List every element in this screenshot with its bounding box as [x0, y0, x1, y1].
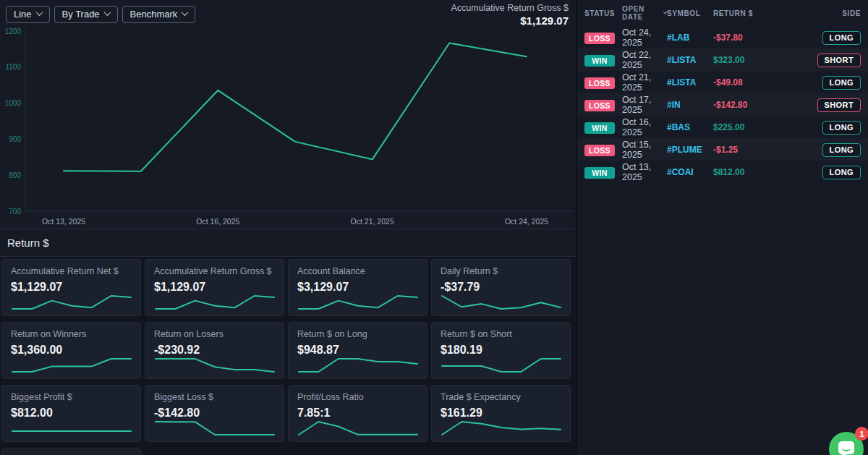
return-cell: $323.00	[713, 55, 810, 65]
metric-title: Profit/Loss Ratio	[297, 392, 418, 402]
metric-value: -$142.80	[154, 407, 275, 420]
metric-title: Account Balance	[297, 266, 418, 276]
metric-card: Biggest Loss $-$142.80	[145, 385, 284, 442]
metric-card: Daily Return $-$37.79	[431, 259, 571, 316]
metric-card: Biggest Profit $$812.00	[1, 385, 141, 442]
group-by-dropdown[interactable]: By Trade	[54, 6, 118, 23]
return-cell: -$49.08	[713, 77, 810, 88]
metrics-grid: Accumulative Return Net $$1,129.07Accumu…	[0, 258, 576, 442]
status-badge: LOSS	[584, 145, 615, 156]
metric-title: Accumulative Return Gross $	[154, 266, 275, 276]
chevron-down-icon	[182, 9, 189, 16]
metric-value: $1,129.07	[154, 281, 275, 294]
metrics-section-header: Return $	[0, 229, 576, 257]
return-cell: $812.00	[713, 167, 810, 177]
symbol-link[interactable]: #IN	[667, 100, 713, 110]
accumulative-return-line-chart[interactable]: 120011001000900800700Oct 13, 2025Oct 16,…	[0, 0, 576, 229]
header-symbol[interactable]: SYMBOL	[667, 9, 713, 17]
metric-sparkline	[154, 357, 276, 374]
return-cell: -$1.25	[713, 145, 810, 155]
metric-card: Accumulative Return Gross $$1,129.07	[145, 259, 284, 316]
notification-badge: 1	[855, 427, 868, 441]
equity-curve-line	[64, 43, 527, 171]
symbol-link[interactable]: #LISTA	[667, 55, 713, 65]
metric-value: $948.87	[297, 344, 418, 357]
status-badge: WIN	[584, 122, 615, 134]
side-badge: LONG	[822, 166, 861, 179]
header-side[interactable]: SIDE	[810, 9, 861, 17]
equity-chart-panel: Line By Trade Benchmark Accumulative Ret…	[0, 0, 576, 229]
symbol-link[interactable]: #LAB	[667, 33, 713, 43]
chart-type-dropdown[interactable]: Line	[6, 6, 50, 23]
benchmark-label: Benchmark	[130, 9, 178, 20]
metric-value: -$37.79	[441, 281, 561, 294]
metric-sparkline	[11, 420, 132, 437]
open-date-cell: Oct 16, 2025	[622, 117, 667, 137]
section-title: Return $	[7, 237, 49, 249]
trades-rows: LOSSOct 24, 2025#LAB-$37.80LONGWINOct 22…	[577, 26, 868, 183]
metric-sparkline	[441, 294, 562, 311]
partial-next-card	[1, 448, 141, 455]
side-badge: LONG	[822, 143, 861, 157]
symbol-link[interactable]: #COAI	[667, 167, 713, 177]
metric-card: Trade $ Expectancy$161.29	[431, 385, 571, 442]
chat-launcher-button[interactable]: 1	[829, 432, 864, 455]
side-badge: LONG	[822, 31, 861, 45]
trade-row[interactable]: LOSSOct 21, 2025#LISTA-$49.08LONG	[577, 71, 868, 93]
open-date-cell: Oct 24, 2025	[622, 27, 667, 48]
status-badge: WIN	[584, 55, 615, 67]
symbol-link[interactable]: #PLUME	[667, 145, 713, 155]
x-axis-tick: Oct 13, 2025	[42, 217, 85, 226]
metric-card: Profit/Loss Ratio7.85:1	[288, 385, 427, 442]
trade-row[interactable]: WINOct 22, 2025#LISTA$323.00SHORT	[577, 48, 868, 71]
trade-row[interactable]: WINOct 16, 2025#BAS$225.00LONG	[577, 116, 868, 138]
benchmark-dropdown[interactable]: Benchmark	[122, 6, 196, 23]
header-return[interactable]: RETURN $	[713, 9, 810, 17]
y-axis-tick: 1000	[5, 99, 22, 107]
metric-title: Biggest Loss $	[154, 392, 275, 402]
trade-row[interactable]: LOSSOct 24, 2025#LAB-$37.80LONG	[577, 26, 868, 48]
metric-title: Return on Losers	[154, 329, 275, 339]
x-axis-tick: Oct 24, 2025	[505, 217, 548, 226]
metric-card: Return on Losers-$230.92	[145, 322, 284, 379]
metric-sparkline	[154, 420, 276, 437]
header-status[interactable]: STATUS	[584, 9, 622, 17]
return-cell: -$142.80	[713, 100, 810, 110]
status-badge: WIN	[584, 167, 615, 179]
chart-header: Accumulative Return Gross $ $1,129.07	[451, 3, 569, 27]
metric-title: Return on Winners	[11, 329, 132, 339]
metric-value: $180.19	[441, 344, 561, 357]
left-column: Line By Trade Benchmark Accumulative Ret…	[0, 0, 576, 455]
header-open-date[interactable]: OPEN DATE	[622, 5, 667, 21]
metric-sparkline	[154, 294, 276, 311]
status-badge: LOSS	[584, 100, 615, 111]
metric-sparkline	[297, 357, 419, 374]
open-date-cell: Oct 21, 2025	[622, 72, 667, 93]
chevron-down-icon	[103, 9, 111, 16]
metrics-cards-area: Accumulative Return Net $$1,129.07Accumu…	[0, 258, 576, 455]
metric-sparkline	[441, 357, 562, 374]
y-axis-tick: 1100	[5, 63, 21, 71]
metric-card: Return $ on Short$180.19	[431, 322, 571, 379]
return-cell: -$37.80	[713, 33, 810, 43]
open-date-cell: Oct 13, 2025	[622, 162, 667, 182]
symbol-link[interactable]: #BAS	[667, 122, 713, 132]
open-date-cell: Oct 22, 2025	[622, 50, 667, 70]
side-badge: SHORT	[817, 54, 861, 67]
metric-title: Accumulative Return Net $	[11, 266, 132, 276]
metric-card: Return $ on Long$948.87	[288, 322, 427, 379]
metric-sparkline	[297, 420, 419, 437]
trading-dashboard: Line By Trade Benchmark Accumulative Ret…	[0, 0, 868, 455]
metric-card: Accumulative Return Net $$1,129.07	[1, 259, 141, 316]
trade-row[interactable]: WINOct 13, 2025#COAI$812.00LONG	[577, 161, 868, 183]
trade-row[interactable]: LOSSOct 15, 2025#PLUME-$1.25LONG	[577, 138, 868, 161]
metric-value: -$230.92	[154, 344, 275, 357]
trade-row[interactable]: LOSSOct 17, 2025#IN-$142.80SHORT	[577, 93, 868, 116]
return-cell: $225.00	[713, 122, 810, 132]
chart-metric-value: $1,129.07	[451, 14, 569, 27]
y-axis-tick: 700	[9, 208, 21, 216]
symbol-link[interactable]: #LISTA	[667, 77, 713, 88]
metric-card: Return on Winners$1,360.00	[1, 322, 141, 379]
speech-bubble-icon	[838, 441, 854, 454]
chart-metric-label: Accumulative Return Gross $	[451, 3, 569, 13]
